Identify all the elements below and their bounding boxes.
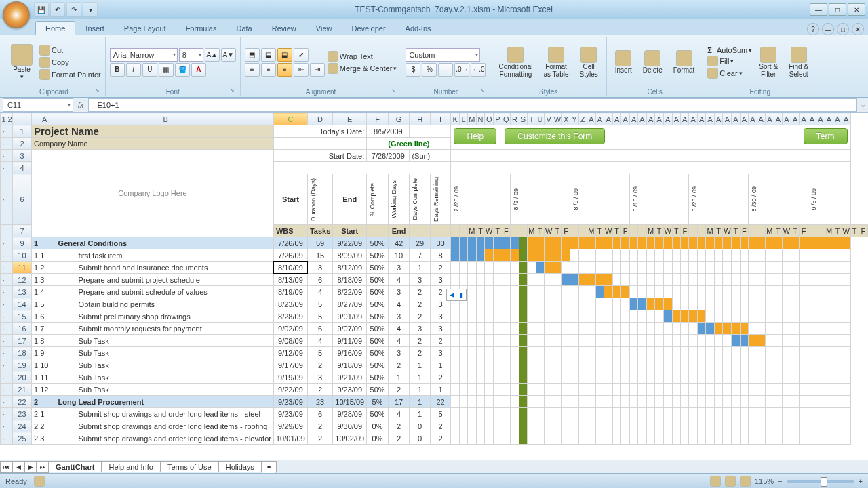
fx-icon[interactable]: fx — [73, 101, 88, 109]
increase-indent-icon[interactable]: ⇥ — [310, 63, 325, 77]
italic-button[interactable]: I — [126, 63, 141, 77]
tab-formulas[interactable]: Formulas — [176, 22, 226, 35]
term-button[interactable]: Term — [804, 128, 848, 144]
tab-last-icon[interactable]: ⏭ — [37, 461, 49, 473]
paste-button[interactable]: Paste▾ — [7, 43, 37, 81]
redo-icon[interactable]: ↷ — [66, 2, 81, 17]
tab-next-icon[interactable]: ▶ — [24, 461, 37, 473]
zoom-slider[interactable] — [787, 480, 854, 483]
new-sheet-icon[interactable]: ✦ — [261, 461, 277, 473]
zoom-in-icon[interactable]: + — [859, 477, 863, 485]
decrease-decimal-icon[interactable]: ←.0 — [471, 63, 486, 77]
increase-decimal-icon[interactable]: .0→ — [454, 63, 469, 77]
format-as-table-button[interactable]: Format as Table — [539, 45, 572, 79]
align-center-icon[interactable]: ≡ — [261, 63, 276, 77]
table-icon — [548, 47, 564, 63]
sheet-tab-holidays[interactable]: Holidays — [218, 461, 262, 472]
tab-view[interactable]: View — [307, 22, 342, 35]
qat-customize-icon[interactable]: ▾ — [83, 2, 98, 17]
sheet-tab-help[interactable]: Help and Info — [101, 461, 160, 472]
cut-button[interactable]: Cut — [39, 45, 101, 56]
wrap-text-button[interactable]: Wrap Text — [328, 51, 397, 62]
accounting-icon[interactable]: $ — [406, 63, 420, 77]
number-format-combo[interactable]: Custom — [406, 48, 480, 62]
tab-insert[interactable]: Insert — [76, 22, 114, 35]
conditional-formatting-button[interactable]: Conditional Formatting — [494, 45, 536, 79]
tab-data[interactable]: Data — [226, 22, 261, 35]
tab-addins[interactable]: Add-Ins — [396, 22, 441, 35]
delete-button[interactable]: Delete — [639, 49, 667, 75]
find-select-button[interactable]: Find & Select — [785, 45, 812, 79]
tab-home[interactable]: Home — [35, 21, 75, 35]
maximize-button[interactable]: □ — [829, 3, 846, 16]
wrap-icon — [328, 51, 338, 62]
copy-icon — [39, 57, 50, 68]
sheet-tab-terms[interactable]: Terms of Use — [160, 461, 219, 472]
format-painter-button[interactable]: Format Painter — [39, 69, 101, 80]
zoom-level[interactable]: 115% — [755, 477, 774, 485]
align-bottom-icon[interactable]: ⬓ — [277, 48, 292, 62]
percent-icon[interactable]: % — [422, 63, 437, 77]
customize-button[interactable]: Customize this Form — [505, 128, 605, 144]
tab-page-layout[interactable]: Page Layout — [115, 22, 176, 35]
view-layout-icon[interactable] — [725, 476, 736, 487]
close-button[interactable]: ✕ — [848, 3, 865, 16]
comma-icon[interactable]: , — [438, 63, 453, 77]
grow-font-icon[interactable]: A▲ — [205, 48, 220, 62]
bold-button[interactable]: B — [110, 63, 125, 77]
worksheet[interactable]: 12ABCDEFGHIKLMNOPQRSTUVWXYZAAAAAAAAAAAAA… — [0, 113, 868, 460]
sheet-tab-gantt[interactable]: GanttChart — [48, 461, 102, 472]
font-name-combo[interactable]: Arial Narrow — [110, 48, 178, 62]
clear-button[interactable]: Clear ▾ — [707, 68, 752, 79]
number-dialog-icon[interactable]: ↘ — [479, 87, 486, 94]
expand-formula-icon[interactable]: ⌄ — [857, 100, 868, 109]
copy-button[interactable]: Copy — [39, 57, 101, 68]
fill-button[interactable]: Fill ▾ — [707, 56, 752, 66]
fill-icon — [707, 56, 718, 66]
view-normal-icon[interactable] — [710, 476, 721, 487]
underline-button[interactable]: U — [142, 63, 157, 77]
insert-button[interactable]: Insert — [611, 49, 636, 75]
view-break-icon[interactable] — [740, 476, 751, 487]
save-icon[interactable]: 💾 — [34, 2, 49, 17]
quick-access-toolbar: 💾 ↶ ↷ ▾ — [34, 2, 98, 17]
font-dialog-icon[interactable]: ↘ — [229, 87, 236, 94]
tab-prev-icon[interactable]: ◀ — [12, 461, 24, 473]
align-top-icon[interactable]: ⬒ — [245, 48, 260, 62]
office-button[interactable] — [3, 1, 30, 28]
restore-ribbon-icon[interactable]: □ — [837, 23, 849, 35]
zoom-out-icon[interactable]: − — [778, 477, 782, 485]
gantt-scroll[interactable]: ◀▮ — [446, 289, 467, 301]
clipboard-dialog-icon[interactable]: ↘ — [94, 87, 101, 94]
name-box[interactable]: C11 — [3, 98, 73, 112]
fill-color-button[interactable]: 🪣 — [175, 63, 190, 77]
formula-input[interactable]: =E10+1 — [88, 98, 857, 112]
font-color-button[interactable]: A — [191, 63, 206, 77]
tab-review[interactable]: Review — [262, 22, 306, 35]
help-icon[interactable]: ? — [807, 23, 819, 35]
cell-styles-button[interactable]: Cell Styles — [576, 45, 602, 79]
minimize-ribbon-icon[interactable]: — — [822, 23, 834, 35]
tab-developer[interactable]: Developer — [342, 22, 395, 35]
scroll-handle[interactable]: ▮ — [456, 289, 466, 300]
decrease-indent-icon[interactable]: ⇤ — [294, 63, 309, 77]
close-doc-icon[interactable]: ✕ — [852, 23, 864, 35]
alignment-dialog-icon[interactable]: ↘ — [390, 87, 397, 94]
border-button[interactable]: ▦ — [159, 63, 174, 77]
format-button[interactable]: Format — [669, 49, 699, 75]
shrink-font-icon[interactable]: A▼ — [221, 48, 236, 62]
align-right-icon[interactable]: ≡ — [277, 63, 292, 77]
help-button[interactable]: Help — [454, 128, 496, 144]
scroll-left-icon[interactable]: ◀ — [447, 289, 456, 300]
font-size-combo[interactable]: 8 — [179, 48, 203, 62]
autosum-button[interactable]: Σ AutoSum ▾ — [707, 46, 752, 54]
minimize-button[interactable]: — — [810, 3, 827, 16]
sort-filter-button[interactable]: Sort & Filter — [755, 45, 782, 79]
macro-record-icon[interactable] — [34, 476, 45, 487]
align-left-icon[interactable]: ≡ — [245, 63, 260, 77]
orientation-icon[interactable]: ⤢ — [294, 48, 309, 62]
tab-first-icon[interactable]: ⏮ — [0, 461, 12, 473]
align-middle-icon[interactable]: ⬓ — [261, 48, 276, 62]
merge-center-button[interactable]: Merge & Center ▾ — [328, 63, 397, 74]
undo-icon[interactable]: ↶ — [50, 2, 65, 17]
